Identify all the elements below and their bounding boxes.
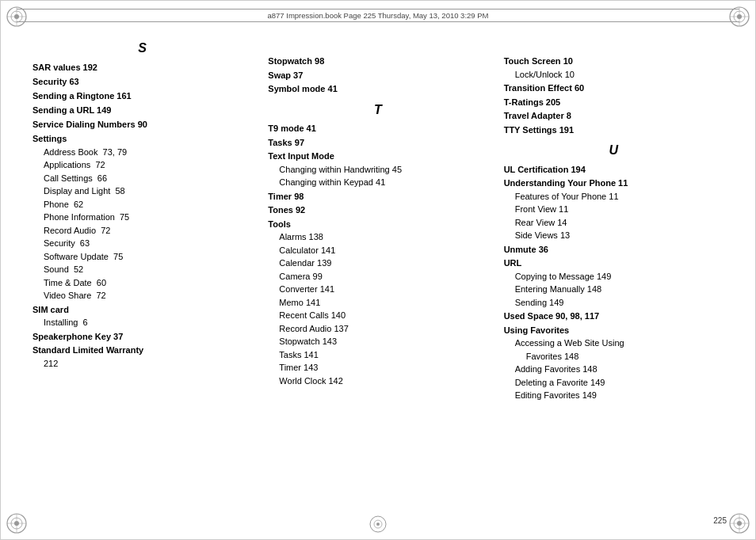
entry-sub-text: Call Settings 66 xyxy=(32,172,252,185)
entry-sub-text: Sending 149 xyxy=(504,296,724,310)
entry-sim-card: SIM card Installing 6 xyxy=(32,303,252,329)
entry-main-text: Transition Effect 60 xyxy=(504,82,724,95)
entry-touch-screen: Touch Screen 10 Lock/Unlock 10 xyxy=(504,55,724,81)
entry-text-input-mode: Text Input Mode Changing within Handwrit… xyxy=(268,150,487,189)
entry-sub-text: 212 xyxy=(32,357,252,371)
page-number: 225 xyxy=(713,516,727,525)
entry-sub-text: Record Audio 137 xyxy=(268,322,487,336)
section-letter-u: U xyxy=(504,141,724,161)
entry-sub-text: Side Views 13 xyxy=(504,229,724,242)
entry-sub-text: Address Book 73, 79 xyxy=(32,146,252,159)
column-left: S SAR values 192 Security 63 Sending a R… xyxy=(32,39,260,500)
entry-understanding-phone: Understanding Your Phone 11 Features of … xyxy=(504,177,724,242)
section-letter-s: S xyxy=(32,39,252,59)
entry-subsub-text: Favorites 148 xyxy=(504,350,724,363)
entry-main-text: Text Input Mode xyxy=(268,150,487,163)
entry-unmute: Unmute 36 xyxy=(504,243,724,257)
entry-tools: Tools Alarms 138 Calculator 141 Calendar… xyxy=(268,218,487,388)
entry-sub-text: Record Audio 72 xyxy=(32,224,252,238)
entry-main-text: TTY Settings 191 xyxy=(504,124,724,137)
entry-main-text: Standard Limited Warranty xyxy=(32,344,252,357)
entry-sub-text: Rear View 14 xyxy=(504,216,724,230)
entry-sub-text: Timer 143 xyxy=(268,361,487,375)
header-text: a877 Impression.book Page 225 Thursday, … xyxy=(267,11,488,20)
entry-sub-text: Memo 141 xyxy=(268,296,487,310)
corner-ornament-br xyxy=(728,512,750,534)
entry-main-text: Tools xyxy=(268,218,487,231)
entry-main-text: Unmute 36 xyxy=(504,243,724,257)
entry-used-space: Used Space 90, 98, 117 xyxy=(504,310,724,323)
entry-travel-adapter: Travel Adapter 8 xyxy=(504,109,724,123)
entry-url: URL Copying to Message 149 Entering Manu… xyxy=(504,257,724,309)
entry-sub-text: Phone 62 xyxy=(32,198,252,211)
entry-sub-text: Sound 52 xyxy=(32,263,252,276)
entry-main-text: Tones 92 xyxy=(268,203,487,217)
bottom-center-ornament xyxy=(369,515,387,533)
entry-symbol-mode: Symbol mode 41 xyxy=(268,82,487,96)
entry-main-text: URL xyxy=(504,257,724,270)
entry-swap: Swap 37 xyxy=(268,69,487,82)
entry-sub-text: Adding Favorites 148 xyxy=(504,363,724,376)
entry-main-text: SIM card xyxy=(32,303,252,317)
entry-sub-text: Calculator 141 xyxy=(268,244,487,257)
entry-sub-text: World Clock 142 xyxy=(268,375,487,388)
corner-ornament-bl xyxy=(6,512,28,534)
entry-security: Security 63 xyxy=(32,75,252,89)
entry-main-text: Settings xyxy=(32,132,252,146)
entry-sub-text: Video Share 72 xyxy=(32,289,252,302)
entry-main-text: Tasks 97 xyxy=(268,136,487,150)
entry-main-text: Swap 37 xyxy=(268,69,487,82)
entry-sub-text: Copying to Message 149 xyxy=(504,270,724,283)
column-middle: Stopwatch 98 Swap 37 Symbol mode 41 T T9… xyxy=(260,39,495,500)
entry-t-ratings: T-Ratings 205 xyxy=(504,96,724,109)
entry-sending-ringtone: Sending a Ringtone 161 xyxy=(32,89,252,103)
entry-main-text: UL Certification 194 xyxy=(504,163,724,177)
section-letter-t: T xyxy=(268,101,487,120)
entry-main-text: Travel Adapter 8 xyxy=(504,109,724,123)
entry-standard-warranty: Standard Limited Warranty 212 xyxy=(32,344,252,370)
entry-main-text: Speakerphone Key 37 xyxy=(32,330,252,344)
entry-sub-text: Deleting a Favorite 149 xyxy=(504,376,724,390)
entry-sub-text: Calendar 139 xyxy=(268,257,487,270)
entry-sub-text: Alarms 138 xyxy=(268,230,487,244)
entry-main-text: Service Dialing Numbers 90 xyxy=(32,120,147,129)
entry-sub-text: Features of Your Phone 11 xyxy=(504,190,724,203)
entry-sub-text: Security 63 xyxy=(32,237,252,250)
entry-sub-text: Software Update 75 xyxy=(32,250,252,264)
entry-sub-text: Time & Date 60 xyxy=(32,276,252,290)
entry-sub-text: Installing 6 xyxy=(32,316,252,329)
entry-main-text: T-Ratings 205 xyxy=(504,96,724,109)
entry-sub-text: Accessing a Web Site Using xyxy=(504,337,724,350)
entry-ul-cert: UL Certification 194 xyxy=(504,163,724,177)
entry-main-text: Understanding Your Phone 11 xyxy=(504,177,724,190)
entry-sar-values: SAR values 192 xyxy=(32,61,252,74)
page: a877 Impression.book Page 225 Thursday, … xyxy=(0,0,756,540)
entry-t9-mode: T9 mode 41 xyxy=(268,122,487,135)
entry-sub-text: Tasks 141 xyxy=(268,348,487,362)
entry-sub-text: Entering Manually 148 xyxy=(504,283,724,296)
entry-main-text: Used Space 90, 98, 117 xyxy=(504,310,724,323)
entry-main-text: Stopwatch 98 xyxy=(268,55,487,68)
entry-main-text: SAR values 192 xyxy=(32,63,97,72)
entry-using-favorites: Using Favorites Accessing a Web Site Usi… xyxy=(504,324,724,402)
entry-main-text: Sending a Ringtone 161 xyxy=(32,91,132,101)
entry-sub-text: Changing within Keypad 41 xyxy=(268,176,487,189)
column-right: Touch Screen 10 Lock/Unlock 10 Transitio… xyxy=(496,39,724,500)
entry-main-text: Using Favorites xyxy=(504,324,724,337)
entry-sub-text: Camera 99 xyxy=(268,270,487,283)
entry-main-text: Touch Screen 10 xyxy=(504,55,724,68)
entry-main-text: Timer 98 xyxy=(268,190,487,203)
svg-point-22 xyxy=(376,523,380,526)
entry-timer: Timer 98 xyxy=(268,190,487,203)
entry-speakerphone-key: Speakerphone Key 37 xyxy=(32,330,252,344)
entry-service-dialing: Service Dialing Numbers 90 xyxy=(32,118,252,131)
header-bar: a877 Impression.book Page 225 Thursday, … xyxy=(17,9,739,22)
entry-sub-text: Display and Light 58 xyxy=(32,184,252,198)
entry-sub-text: Phone Information 75 xyxy=(32,211,252,224)
entry-main-text: Sending a URL 149 xyxy=(32,105,111,115)
entry-sending-url: Sending a URL 149 xyxy=(32,104,252,117)
entry-sub-text: Changing within Handwriting 45 xyxy=(268,163,487,177)
entry-main-text: Security 63 xyxy=(32,77,79,86)
entry-main-text: Symbol mode 41 xyxy=(268,82,487,96)
entry-tones: Tones 92 xyxy=(268,203,487,217)
